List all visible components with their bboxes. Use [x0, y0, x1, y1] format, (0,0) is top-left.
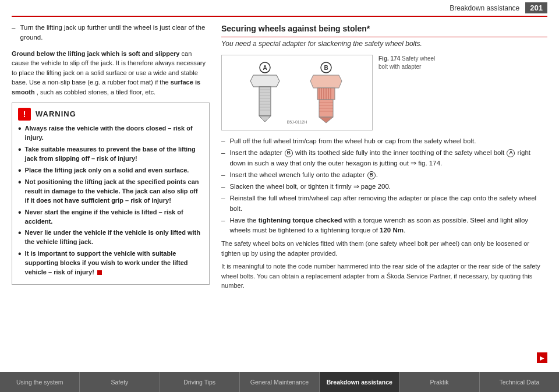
bullet-text: Insert the wheel wrench fully onto the a…: [229, 170, 377, 180]
warning-item-4: • Not positioning the lifting jack at th…: [18, 178, 203, 206]
right-bullet-1: – Pull off the full wheel trim/cap from …: [221, 136, 547, 146]
bullet-dash: –: [221, 216, 225, 236]
figure-box: A B: [221, 55, 373, 130]
red-square-icon: [97, 270, 102, 275]
right-bullets: – Pull off the full wheel trim/cap from …: [221, 136, 547, 235]
ground-note: Ground below the lifting jack which is s…: [12, 49, 210, 97]
left-column: – Turn the lifting jack up further until…: [12, 23, 210, 361]
nav-item-breakdown-assistance[interactable]: Breakdown assistance: [320, 372, 399, 392]
warning-box: ! WARNING • Always raise the vehicle wit…: [12, 103, 210, 285]
warning-dot: •: [18, 249, 22, 277]
header-title: Breakdown assistance: [450, 4, 519, 12]
bullet-dash: –: [221, 148, 225, 168]
svg-marker-28: [319, 117, 333, 123]
warning-item-6: • Never lie under the vehicle if the veh…: [18, 228, 203, 247]
ground-note-end: , such as cobbled stones, a tiled floor,…: [37, 89, 155, 96]
bullet-item-1: – Turn the lifting jack up further until…: [12, 23, 210, 43]
nav-item-praktik[interactable]: Praktik: [399, 372, 479, 392]
warning-dot: •: [18, 124, 22, 143]
warning-dot: •: [18, 166, 22, 175]
warning-icon: !: [18, 108, 31, 121]
bullet-text: Have the tightening torque checked with …: [229, 216, 547, 236]
nav-item-using-system[interactable]: Using the system: [0, 372, 80, 392]
next-page-arrow[interactable]: [537, 352, 547, 363]
figure-area: A B: [221, 55, 547, 130]
nav-item-safety[interactable]: Safety: [80, 372, 160, 392]
warning-text: Place the lifting jack only on a solid a…: [25, 166, 189, 175]
warning-dot: •: [18, 208, 22, 227]
warning-dot: •: [18, 228, 22, 247]
warning-dot: •: [18, 178, 22, 206]
circle-b: B: [367, 171, 376, 179]
fig-ref: Fig. 174: [378, 55, 400, 62]
page-number: 201: [525, 2, 547, 13]
warning-item-5: • Never start the engine if the vehicle …: [18, 208, 203, 227]
bullet-dash: –: [12, 23, 15, 43]
warning-dot: •: [18, 145, 22, 164]
section-title: Securing wheels against being stolen*: [221, 23, 547, 37]
wheel-bolt-illustration: A B: [227, 61, 367, 125]
warning-text: Always raise the vehicle with the doors …: [25, 124, 203, 143]
warning-text: Never lie under the vehicle if the vehic…: [25, 228, 203, 247]
bottom-nav: Using the system Safety Driving Tips Gen…: [0, 372, 559, 392]
bullet-text: Insert the adapter B with its toothed si…: [229, 148, 547, 168]
right-bullet-6: – Have the tightening torque checked wit…: [221, 216, 547, 236]
right-bullet-4: – Slacken the wheel bolt, or tighten it …: [221, 182, 547, 192]
right-bullet-2: – Insert the adapter B with its toothed …: [221, 148, 547, 168]
note-para-1: The safety wheel bolts on vehicles fitte…: [221, 239, 547, 258]
bullet-dash: –: [221, 182, 225, 192]
warning-header: ! WARNING: [18, 108, 203, 121]
right-bullet-5: – Reinstall the full wheel trim/wheel ca…: [221, 193, 547, 214]
right-column: Securing wheels against being stolen* Yo…: [221, 23, 547, 361]
circle-b: B: [285, 149, 293, 157]
warning-item-3: • Place the lifting jack only on a solid…: [18, 166, 203, 175]
warning-text: Take suitable measures to prevent the ba…: [25, 145, 203, 164]
bullet-text: Turn the lifting jack up further until t…: [20, 23, 210, 43]
warning-text: It is important to support the vehicle w…: [25, 249, 203, 277]
warning-text: Not positioning the lifting jack at the …: [25, 178, 203, 206]
bullet-text: Reinstall the full wheel trim/wheel cap …: [229, 193, 547, 214]
nav-item-technical-data[interactable]: Technical Data: [480, 372, 559, 392]
warning-item-2: • Take suitable measures to prevent the …: [18, 145, 203, 164]
svg-marker-15: [310, 75, 342, 88]
warning-text: Never start the engine if the vehicle is…: [25, 208, 203, 227]
svg-text:B5J-0112H: B5J-0112H: [286, 120, 307, 124]
warning-item-1: • Always raise the vehicle with the door…: [18, 124, 203, 143]
nav-item-driving-tips[interactable]: Driving Tips: [160, 372, 240, 392]
svg-marker-14: [259, 116, 271, 122]
note-para-2: It is meaningful to note the code number…: [221, 262, 547, 291]
bullet-dash: –: [221, 193, 225, 214]
bullet-dash: –: [221, 170, 225, 180]
svg-marker-4: [250, 75, 280, 87]
right-bullet-3: – Insert the wheel wrench fully onto the…: [221, 170, 547, 180]
warning-item-7: • It is important to support the vehicle…: [18, 249, 203, 277]
section-subtitle: You need a special adapter for slackenin…: [221, 38, 547, 49]
bullet-text: Pull off the full wheel trim/cap from th…: [229, 136, 476, 146]
bullet-dash: –: [221, 136, 225, 146]
header-bar: Breakdown assistance 201: [12, 0, 547, 17]
svg-text:B: B: [324, 65, 328, 71]
ground-note-bold: Ground below the lifting jack which is s…: [12, 50, 179, 57]
circle-a: A: [507, 149, 515, 157]
bullet-text: Slacken the wheel bolt, or tighten it fi…: [229, 182, 391, 192]
nav-item-general-maintenance[interactable]: General Maintenance: [240, 372, 320, 392]
main-content: – Turn the lifting jack up further until…: [0, 17, 559, 366]
svg-text:A: A: [263, 65, 267, 71]
figure-caption: Fig. 174 Safety wheel bolt with adapter: [378, 55, 437, 71]
warning-title: WARNING: [36, 108, 76, 120]
